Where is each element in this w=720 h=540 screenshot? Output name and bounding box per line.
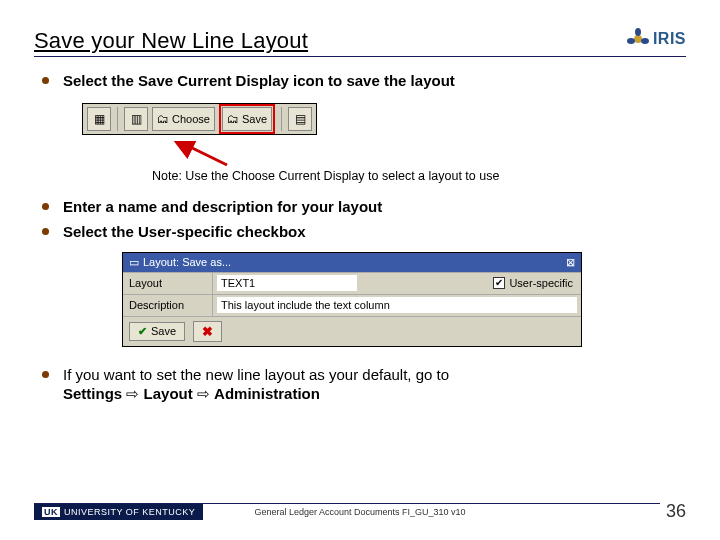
cancel-icon: ✖: [202, 324, 213, 339]
svg-point-2: [627, 38, 635, 44]
svg-point-3: [641, 38, 649, 44]
layout-icon: ▦: [94, 113, 105, 125]
grid-icon: ▥: [131, 113, 142, 125]
bullet-icon: [42, 203, 49, 210]
highlight-box: 🗂Save: [219, 104, 275, 134]
callout-arrow: [172, 141, 686, 167]
svg-line-5: [182, 143, 227, 165]
svg-point-0: [634, 35, 642, 43]
save-button[interactable]: 🗂Save: [222, 107, 272, 131]
layout-label: Layout: [123, 273, 213, 294]
arrow-icon: ⇨: [197, 385, 214, 402]
layout-field[interactable]: TEXT1: [217, 275, 357, 291]
bullet-2: Enter a name and description for your la…: [63, 197, 382, 217]
check-icon: ✔: [138, 325, 147, 338]
close-icon[interactable]: ⊠: [566, 256, 575, 269]
folder-icon: 🗂: [157, 113, 169, 125]
user-specific-checkbox[interactable]: ✔: [493, 277, 505, 289]
save-icon: 🗂: [227, 113, 239, 125]
choose-button[interactable]: 🗂Choose: [152, 107, 215, 131]
more-icon: ▤: [295, 113, 306, 125]
toolbar-icon-button[interactable]: ▤: [288, 107, 312, 131]
svg-point-1: [635, 28, 641, 36]
dialog-save-button[interactable]: ✔Save: [129, 322, 185, 341]
footer-doc: General Ledger Account Documents FI_GU_3…: [0, 507, 720, 517]
toolbar-icon-button[interactable]: ▥: [124, 107, 148, 131]
bullet-3: Select the User-specific checkbox: [63, 222, 306, 242]
bullet-4: If you want to set the new line layout a…: [63, 365, 449, 404]
page-title: Save your New Line Layout: [34, 28, 308, 54]
bullet-icon: [42, 77, 49, 84]
user-specific-label: User-specific: [509, 277, 573, 289]
logo-text: IRIS: [653, 30, 686, 48]
description-field[interactable]: This layout include the text column: [217, 297, 577, 313]
description-label: Description: [123, 295, 213, 316]
note-text: Note: Use the Choose Current Display to …: [152, 169, 686, 183]
iris-logo: IRIS: [627, 28, 686, 50]
dialog-title: ▭Layout: Save as...: [129, 256, 231, 269]
toolbar-icon-button[interactable]: ▦: [87, 107, 111, 131]
dialog-cancel-button[interactable]: ✖: [193, 321, 222, 342]
window-icon: ▭: [129, 256, 139, 268]
toolbar-figure: ▦ ▥ 🗂Choose 🗂Save ▤: [82, 103, 317, 135]
bullet-icon: [42, 371, 49, 378]
choose-label: Choose: [172, 113, 210, 125]
save-label: Save: [242, 113, 267, 125]
bullet-icon: [42, 228, 49, 235]
bullet-1: Select the Save Current Display icon to …: [63, 71, 455, 91]
save-dialog: ▭Layout: Save as... ⊠ Layout TEXT1 ✔ Use…: [122, 252, 582, 347]
arrow-icon: ⇨: [126, 385, 143, 402]
